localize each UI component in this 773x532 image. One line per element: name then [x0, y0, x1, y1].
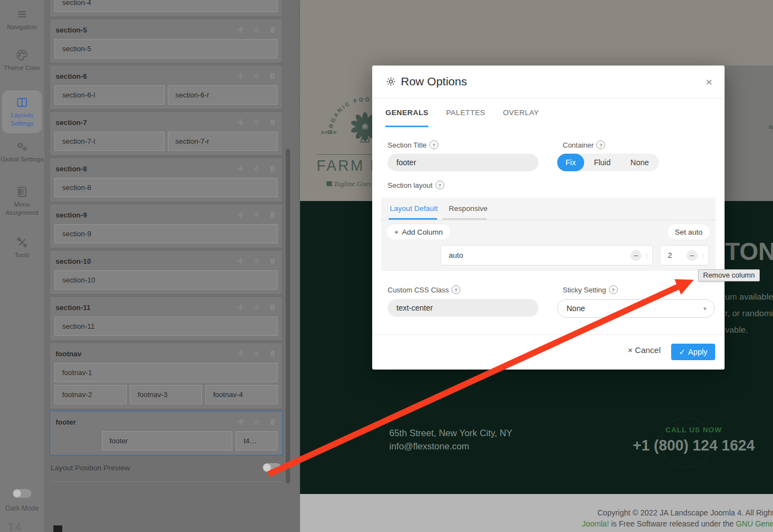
section-card-section-4[interactable]: section-4section-4: [50, 0, 282, 17]
settings-icon[interactable]: [253, 165, 260, 172]
move-icon[interactable]: [237, 26, 244, 34]
help-icon[interactable]: ?: [436, 181, 444, 189]
position-block[interactable]: footer: [102, 431, 232, 450]
sidebar-item-menu-assignment[interactable]: Menu Assignment: [0, 185, 44, 217]
delete-icon[interactable]: [269, 303, 276, 311]
settings-icon[interactable]: [253, 211, 260, 219]
position-block[interactable]: footnav-2: [55, 385, 127, 404]
tab-generals[interactable]: GENERALS: [385, 108, 428, 127]
sticky-setting-select[interactable]: None ▾: [557, 299, 715, 318]
section-card-section-9[interactable]: section-9section-9: [50, 204, 282, 248]
delete-icon[interactable]: [269, 211, 276, 219]
settings-icon[interactable]: [253, 118, 260, 126]
help-icon[interactable]: ?: [429, 140, 438, 149]
drag-handle-icon[interactable]: ⋮: [700, 252, 706, 259]
move-icon[interactable]: [237, 72, 244, 80]
sidebar-item-theme-color[interactable]: Theme Color: [0, 48, 44, 72]
tab-overlay[interactable]: OVERLAY: [503, 108, 539, 127]
sidebar-item-global-settings[interactable]: Global Settings: [0, 140, 44, 164]
remove-column-button[interactable]: –: [630, 250, 641, 261]
position-block[interactable]: footnav-1: [55, 363, 277, 382]
help-icon[interactable]: ?: [451, 285, 460, 294]
delete-icon[interactable]: [269, 26, 276, 34]
sidebar-item-navigation[interactable]: Navigation: [0, 8, 44, 31]
move-icon[interactable]: [237, 118, 244, 126]
sidebar-item-layouts-settings[interactable]: Layouts Settings: [2, 90, 42, 133]
delete-icon[interactable]: [269, 350, 276, 357]
settings-icon[interactable]: [253, 26, 260, 34]
remove-column-button[interactable]: –: [687, 250, 698, 261]
tab-palettes[interactable]: PALETTES: [446, 108, 485, 127]
move-icon[interactable]: [237, 257, 244, 265]
settings-icon[interactable]: [253, 418, 260, 426]
column-width-input[interactable]: 2 – ⋮: [660, 245, 709, 265]
position-block[interactable]: footnav-4: [205, 385, 277, 404]
position-block[interactable]: section-5: [55, 39, 277, 58]
email-line[interactable]: info@flexstone.com: [389, 439, 512, 453]
section-row: section-11: [55, 317, 277, 336]
position-block[interactable]: footnav-3: [130, 385, 202, 404]
settings-icon[interactable]: [253, 72, 260, 80]
add-column-button[interactable]: + Add Column: [386, 224, 450, 240]
settings-icon[interactable]: [253, 350, 260, 357]
section-card-section-6[interactable]: section-6section-6-lsection-6-r: [50, 65, 282, 110]
help-icon[interactable]: ?: [609, 285, 618, 294]
settings-icon[interactable]: [253, 303, 260, 311]
move-icon[interactable]: [237, 211, 244, 219]
sidebar-item-tools[interactable]: Tools: [0, 236, 44, 259]
container-option-fix[interactable]: Fix: [557, 154, 584, 171]
position-block[interactable]: section-6-r: [168, 85, 278, 105]
help-icon[interactable]: ?: [596, 140, 605, 149]
position-block[interactable]: section-7-l: [55, 132, 165, 151]
gnu-license-link[interactable]: GNU General Pub: [736, 519, 773, 528]
section-card-section-7[interactable]: section-7section-7-lsection-7-r: [50, 111, 282, 156]
delete-icon[interactable]: [269, 72, 276, 80]
paragraph-fragment: r, or randomis: [725, 305, 773, 322]
container-option-none[interactable]: None: [620, 154, 658, 171]
joomla-link[interactable]: Joomla!: [582, 519, 609, 528]
section-card-section-5[interactable]: section-5section-5: [50, 19, 282, 63]
section-card-section-8[interactable]: section-8section-8: [50, 158, 282, 202]
column-width-input[interactable]: auto – ⋮: [440, 245, 653, 265]
position-block[interactable]: section-8: [55, 178, 277, 197]
sidebar: NavigationTheme ColorLayouts SettingsGlo…: [0, 0, 45, 532]
section-title-label: Section Title?: [388, 140, 438, 149]
panel-scrollbar-thumb[interactable]: [286, 149, 290, 484]
section-card-section-10[interactable]: section-10section-10: [50, 250, 282, 295]
apply-button[interactable]: ✓Apply: [671, 344, 715, 360]
position-block[interactable]: t4…: [236, 431, 277, 450]
position-block[interactable]: section-7-r: [168, 132, 278, 151]
section-card-footnav[interactable]: footnavfootnav-1footnav-2footnav-3footna…: [50, 343, 282, 409]
move-icon[interactable]: [237, 165, 244, 172]
position-block[interactable]: section-10: [55, 270, 277, 290]
set-auto-button[interactable]: Set auto: [667, 224, 710, 240]
close-icon[interactable]: ×: [706, 75, 712, 89]
tab-responsive[interactable]: Responsive: [449, 204, 488, 213]
address-line: 65th Street, New York City, NY: [389, 426, 512, 439]
delete-icon[interactable]: [269, 257, 276, 265]
palette-icon: [15, 48, 29, 62]
delete-icon[interactable]: [269, 418, 276, 426]
drag-handle-icon[interactable]: ⋮: [644, 252, 650, 259]
move-icon[interactable]: [237, 418, 244, 426]
section-card-footer[interactable]: footerfootert4…: [50, 411, 282, 455]
custom-css-input[interactable]: text-center: [388, 299, 538, 317]
move-icon[interactable]: [237, 350, 244, 357]
container-label: Container?: [563, 140, 605, 149]
layout-position-preview-toggle[interactable]: [263, 463, 281, 472]
phone-number[interactable]: +1 (800) 124 1624: [628, 437, 760, 454]
delete-icon[interactable]: [269, 165, 276, 172]
container-option-fluid[interactable]: Fluid: [584, 154, 620, 171]
move-icon[interactable]: [237, 303, 244, 311]
position-block[interactable]: section-4: [55, 0, 277, 12]
section-card-section-11[interactable]: section-11section-11: [50, 296, 282, 341]
position-block[interactable]: section-11: [55, 317, 277, 336]
position-block[interactable]: section-9: [55, 224, 277, 243]
cancel-button[interactable]: × Cancel: [628, 345, 661, 355]
section-title-input[interactable]: footer: [388, 154, 538, 171]
settings-icon[interactable]: [253, 257, 260, 265]
tab-layout-default[interactable]: Layout Default: [390, 204, 438, 213]
dark-mode-toggle[interactable]: [13, 489, 31, 498]
delete-icon[interactable]: [269, 118, 276, 126]
position-block[interactable]: section-6-l: [55, 85, 165, 105]
